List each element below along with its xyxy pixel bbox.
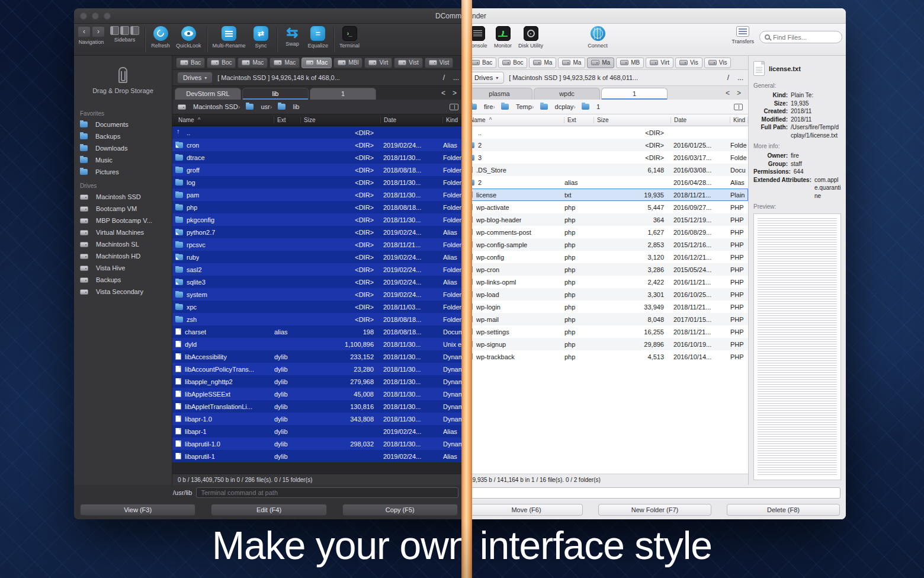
root-button[interactable]: / [727,74,729,82]
file-row[interactable]: libapr-1.0 dylib 343,808 2018/11/30... D… [172,413,464,425]
sidebar-item[interactable]: Virtual Machines [74,226,172,238]
file-row[interactable]: libAccessibility dylib 233,152 2018/11/3… [172,350,464,363]
file-row[interactable]: libAppletTranslationLi... dylib 130,816 … [172,400,464,413]
file-row[interactable]: zsh <DIR> 2018/08/18... Folder [172,313,464,325]
function-button[interactable]: Edit (F4) [211,504,326,516]
function-button[interactable]: View (F3) [80,504,195,516]
file-row[interactable]: 3 <DIR> 2016/03/17... Folde [464,151,748,164]
more-button[interactable]: ... [453,74,459,82]
folder-tab[interactable]: wpdc [534,88,600,100]
file-row[interactable]: .. <DIR> [172,126,464,139]
file-row[interactable]: libaprutil-1.0 dylib 298,032 2018/11/30.… [172,438,464,450]
file-row[interactable]: cron <DIR> 2019/02/24... Alias [172,139,464,151]
sidebar-item[interactable]: Music [74,154,172,166]
disk-utility-button[interactable]: Disk Utility [518,26,543,49]
file-row[interactable]: pam <DIR> 2018/11/30... Folder [172,189,464,201]
file-row[interactable]: wp-config-sample php 2,853 2015/12/16...… [464,238,748,251]
function-button[interactable]: Move (F6) [470,504,583,516]
sidebar-item[interactable]: Machintosh HD [74,250,172,262]
file-row[interactable]: wp-activate php 5,447 2016/09/27... PHP [464,201,748,213]
drive-shortcut-button[interactable]: Vist [425,58,454,68]
folder-tab[interactable]: DevStorm SRL [175,88,241,100]
file-row[interactable]: sqlite3 <DIR> 2019/02/24... Alias [172,276,464,288]
breadcrumb-segment[interactable]: Macintosh SSD [178,103,238,110]
column-header[interactable]: Kind [443,117,464,123]
sidebar-item[interactable]: Machintosh SL [74,238,172,250]
quicklook-button[interactable]: QuickLook [176,26,201,49]
sidebar-item[interactable]: Documents [74,119,172,130]
file-row[interactable]: wp-settings php 16,255 2018/11/21... PHP [464,325,748,338]
file-row[interactable]: libaprutil-1 dylib 2019/02/24... Alias [172,450,464,462]
file-row[interactable]: libapr-1 dylib 2019/02/24... Alias [172,425,464,438]
breadcrumb-segment[interactable]: fire [469,103,493,110]
folder-tab[interactable]: 1 [601,88,668,100]
file-row[interactable]: wp-links-opml php 2,422 2016/11/21... PH… [464,276,748,288]
drive-shortcut-button[interactable]: Virt [364,58,392,68]
navigation-buttons[interactable]: ‹ › Navigation [78,26,105,45]
terminal-button[interactable]: ›_ Terminal [339,26,360,49]
drive-shortcut-button[interactable]: Boc [207,58,236,68]
file-row[interactable]: xpc <DIR> 2018/11/03... Folder [172,301,464,313]
monitor-button[interactable]: Monitor [493,26,513,49]
file-row[interactable]: libapple_nghttp2 dylib 279,968 2018/11/3… [172,375,464,388]
drive-shortcut-button[interactable]: Virt [646,58,673,68]
breadcrumb-segment[interactable]: dcplay [532,103,573,110]
zoom-button[interactable] [104,12,111,20]
drive-shortcut-button[interactable]: Vis [704,58,732,68]
terminal-command-input[interactable] [196,487,458,498]
swap-button[interactable]: ⇆ Swap [283,26,303,47]
drive-shortcut-button[interactable]: Mac [270,58,300,68]
column-header[interactable]: Ext [564,117,594,123]
file-row[interactable]: python2.7 <DIR> 2019/02/24... Alias [172,226,464,238]
file-row[interactable]: pkgconfig <DIR> 2018/11/30... Folder [172,213,464,226]
file-row[interactable]: 2 <DIR> 2016/01/25... Folde [464,139,748,151]
refresh-button[interactable]: Refresh [150,26,171,49]
drive-shortcut-button[interactable]: MBl [333,58,362,68]
function-button[interactable]: Copy (F5) [342,504,458,516]
sidebar-item[interactable]: Vista Secondary [74,286,172,298]
folder-tab[interactable]: plasma [466,88,532,100]
drive-shortcut-button[interactable]: Ma [587,58,614,68]
file-row[interactable]: wp-comments-post php 1,627 2016/08/29...… [464,226,748,238]
drive-shortcut-button[interactable]: Bac [176,58,205,68]
sidebar-item[interactable]: Backups [74,274,172,286]
file-row[interactable]: log <DIR> 2018/11/30... Folder [172,176,464,189]
search-input[interactable] [773,34,837,41]
breadcrumb-segment[interactable]: Temp [493,103,532,110]
file-row[interactable]: wp-signup php 29,896 2016/10/19... PHP [464,338,748,350]
tab-next-button[interactable]: > [737,89,741,97]
file-row[interactable]: system <DIR> 2019/02/24... Folder [172,288,464,301]
column-header[interactable]: Size [301,117,381,123]
column-header[interactable]: Kind [730,117,748,123]
folder-tab[interactable]: lib [242,88,309,100]
column-header[interactable]: Size [594,117,671,123]
file-row[interactable]: .DS_Store 6,148 2016/03/08... Docu [464,164,748,176]
column-header[interactable]: Name [175,117,274,123]
breadcrumb-segment[interactable]: lib [270,103,300,110]
function-button[interactable]: Delete (F8) [727,504,840,516]
sidebar-item[interactable]: MBP Bootcamp V... [74,215,172,226]
file-list[interactable]: .. <DIR> cron [172,126,464,474]
file-row[interactable]: wp-blog-header php 364 2015/12/19... PHP [464,213,748,226]
file-row[interactable]: license txt 19,935 2018/11/21... Plain [464,189,748,201]
breadcrumb-segment[interactable]: 1 [573,103,600,110]
equalize-button[interactable]: = Equalize [308,26,329,49]
close-button[interactable] [80,12,87,20]
drives-dropdown[interactable]: Drives ▾ [177,72,213,84]
drives-dropdown[interactable]: Drives ▾ [469,72,504,84]
file-row[interactable]: rpcsvc <DIR> 2018/11/21... Folder [172,238,464,251]
column-header[interactable]: Date [381,117,443,123]
column-header[interactable]: Name [467,117,564,123]
function-button[interactable]: New Folder (F7) [598,504,711,516]
drive-shortcut-button[interactable]: Vist [394,58,423,68]
back-icon[interactable]: ‹ [78,26,91,37]
tab-prev-button[interactable]: < [726,89,730,97]
sidebar-item[interactable]: Vista Hive [74,262,172,274]
tab-next-button[interactable]: > [453,89,457,97]
sidebar-item[interactable]: Backups [74,130,172,142]
root-button[interactable]: / [443,74,445,82]
tab-prev-button[interactable]: < [441,89,445,97]
multi-rename-button[interactable]: Multi-Rename [213,26,246,49]
column-header[interactable]: Date [671,117,730,123]
column-header[interactable]: Ext [274,117,301,123]
